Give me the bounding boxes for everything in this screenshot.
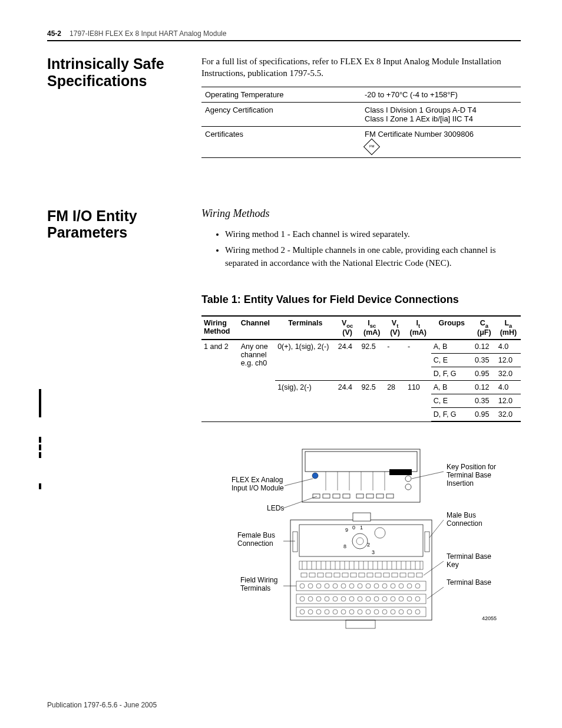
svg-text:2: 2 [367, 542, 370, 548]
change-bar [39, 452, 41, 458]
th-ca: Ca(μF) [472, 316, 496, 340]
svg-rect-73 [400, 573, 406, 577]
cell-la: 4.0 [496, 381, 521, 394]
svg-text:8: 8 [343, 543, 346, 549]
cell-groups: C, E [431, 394, 472, 408]
svg-text:3: 3 [372, 549, 375, 555]
cell-ca: 0.95 [472, 408, 496, 422]
cell-groups: D, F, G [431, 408, 472, 422]
publication-footer: Publication 1797-6.5.6 - June 2005 [47, 701, 157, 709]
label-field-wiring: Field WiringTerminals [240, 576, 277, 592]
brand-label: FLEX Ex [390, 469, 411, 475]
svg-rect-13 [386, 494, 394, 498]
cell-groups: A, B [431, 381, 472, 394]
svg-line-129 [412, 472, 444, 479]
svg-rect-10 [356, 494, 363, 498]
svg-rect-7 [323, 494, 330, 498]
svg-rect-8 [333, 494, 340, 498]
svg-point-88 [374, 584, 379, 588]
svg-point-100 [349, 597, 354, 601]
spec-table: Operating Temperature-20 to +70°C (-4 to… [201, 87, 521, 158]
svg-line-131 [424, 561, 444, 575]
svg-point-105 [391, 597, 395, 601]
label-terminal-base-key: Terminal BaseKey [447, 552, 491, 569]
label-terminal-base: Terminal Base [447, 578, 491, 587]
cell-isc: 92.5 [359, 381, 385, 422]
svg-rect-12 [376, 494, 384, 498]
th-wiring-method: Wiring Method [201, 316, 239, 340]
module-diagram: FLEX Ex [201, 443, 521, 638]
cell-terminals: 0(+), 1(sig), 2(-) [275, 340, 336, 381]
cell-ca: 0.12 [472, 381, 496, 394]
svg-point-111 [316, 610, 321, 614]
svg-point-98 [333, 597, 338, 601]
svg-rect-71 [384, 573, 389, 577]
svg-point-92 [407, 584, 412, 588]
svg-point-113 [333, 610, 338, 614]
svg-rect-22 [353, 513, 371, 521]
svg-rect-65 [334, 573, 340, 577]
svg-point-122 [407, 610, 412, 614]
svg-point-94 [300, 597, 305, 601]
th-vt: Vt(V) [385, 316, 405, 340]
cell-channel: Any one channel e.g. ch0 [239, 340, 275, 421]
th-groups: Groups [431, 316, 472, 340]
change-bar [39, 444, 41, 450]
wiring-methods-subheading: Wiring Methods [201, 207, 521, 220]
svg-point-93 [415, 584, 420, 588]
cell-wiring: 1 and 2 [201, 340, 239, 421]
cell-terminals: 1(sig), 2(-) [275, 381, 336, 422]
page-number: 45-2 [47, 29, 61, 38]
cell-voc: 24.4 [336, 381, 359, 422]
svg-rect-69 [367, 573, 373, 577]
svg-point-97 [325, 597, 329, 601]
change-bar [39, 483, 41, 489]
cell-ca: 0.95 [472, 367, 496, 381]
label-male-bus: Male BusConnection [447, 511, 482, 528]
intro-paragraph: For a full list of specifications, refer… [201, 55, 521, 80]
svg-point-25 [352, 533, 368, 549]
svg-point-83 [333, 584, 338, 588]
section-heading: FM I/O Entity Parameters [47, 207, 196, 242]
svg-text:0: 0 [352, 525, 355, 531]
svg-point-87 [366, 584, 371, 588]
page: 45-2 1797-IE8H FLEX Ex 8 Input HART Anal… [0, 0, 562, 728]
label-leds: LEDs [267, 504, 284, 512]
change-bar [39, 389, 41, 417]
svg-rect-61 [301, 573, 307, 577]
cell-vt: 28 [385, 381, 405, 422]
section-heading: Intrinsically Safe Specifications [47, 55, 196, 90]
list-item: Wiring method 2 - Multiple channels in o… [225, 244, 521, 270]
running-header: 45-2 1797-IE8H FLEX Ex 8 Input HART Anal… [47, 29, 521, 41]
cell-groups: D, F, G [431, 367, 472, 381]
svg-point-106 [399, 597, 404, 601]
cell-ca: 0.35 [472, 354, 496, 367]
svg-point-99 [341, 597, 346, 601]
svg-rect-75 [416, 573, 422, 577]
svg-rect-62 [309, 573, 315, 577]
svg-point-5 [405, 484, 411, 490]
svg-point-103 [374, 597, 379, 601]
svg-rect-64 [326, 573, 332, 577]
section-intrinsically-safe: Intrinsically Safe Specifications For a … [47, 55, 521, 158]
svg-point-86 [358, 584, 362, 588]
svg-point-109 [300, 610, 305, 614]
cell-it: - [405, 340, 431, 381]
svg-point-4 [405, 476, 411, 482]
svg-rect-9 [343, 494, 350, 498]
cell-la: 12.0 [496, 354, 521, 367]
svg-rect-77 [296, 594, 426, 604]
svg-point-119 [382, 610, 387, 614]
svg-rect-20 [290, 520, 432, 620]
svg-point-115 [349, 610, 354, 614]
th-it: It(mA) [405, 316, 431, 340]
fm-icon: FM [363, 138, 380, 154]
svg-line-132 [427, 587, 444, 599]
svg-point-116 [358, 610, 362, 614]
svg-point-84 [341, 584, 346, 588]
svg-point-114 [341, 610, 346, 614]
svg-point-26 [356, 538, 363, 545]
cell-la: 32.0 [496, 367, 521, 381]
svg-point-90 [391, 584, 395, 588]
svg-rect-78 [296, 607, 426, 617]
